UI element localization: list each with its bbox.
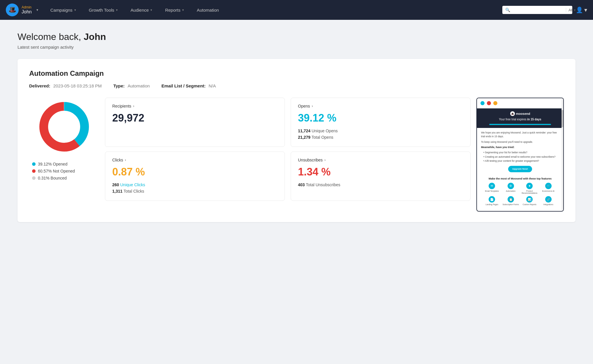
clicks-label[interactable]: Clicks › <box>112 158 278 162</box>
preview-feature-email-icon: ✉ <box>489 183 495 189</box>
preview-banner-bold: in 15 days <box>527 118 541 121</box>
legend-not-opened-dot <box>32 169 36 173</box>
brand-logo[interactable]: 🎩 Admin John ▾ <box>6 3 38 16</box>
preview-bullet-2: • Creating an automated email to welcome… <box>483 155 559 159</box>
legend-not-opened-label: 60.57% Not Opened <box>38 169 75 173</box>
preview-feature-reports-label: Custom Reports <box>523 203 536 206</box>
welcome-subtitle: Latest sent campaign activity <box>17 45 576 50</box>
unsubscribes-total-count: 403 <box>298 182 305 187</box>
nav-growth-tools-chevron-icon: ▾ <box>116 8 118 12</box>
preview-scrollbar-thumb <box>562 110 563 127</box>
opens-total-label: Total Opens <box>311 135 333 140</box>
preview-body: 🎩 moosend Your free trial expires in 15 … <box>477 108 563 211</box>
nav-campaigns-chevron-icon: ▾ <box>74 8 76 12</box>
nav-growth-tools[interactable]: Growth Tools ▾ <box>83 0 124 20</box>
preview-logo-text: moosend <box>516 112 530 115</box>
nav-audience[interactable]: Audience ▾ <box>124 0 159 20</box>
preview-content: We hope you are enjoying Moosend. Just a… <box>477 128 563 211</box>
preview-dot-red <box>487 101 491 105</box>
brand-avatar: 🎩 <box>6 3 19 16</box>
recipients-label[interactable]: Recipients › <box>112 104 278 108</box>
donut-legend: 39.12% Opened 60.57% Not Opened 0.31% Bo… <box>32 162 75 180</box>
clicks-unique-count: 260 <box>112 182 119 187</box>
nav-growth-tools-label: Growth Tools <box>89 8 114 13</box>
clicks-arrow-icon: › <box>125 158 126 162</box>
type-label: Type: <box>113 83 125 88</box>
legend-opened: 39.12% Opened <box>32 162 75 166</box>
preview-feature-reports: 📊 Custom Reports <box>521 196 538 206</box>
preview-dots <box>477 98 563 108</box>
search-filter[interactable]: All ▾ <box>566 8 576 12</box>
left-stats-grid: Recipients › 29,972 Clicks › 0.87 % 260 … <box>105 98 285 201</box>
clicks-pct: 0.87 % <box>112 166 278 178</box>
search-filter-label: All <box>569 8 573 12</box>
preview-bullet-1: • Segmenting your list for better result… <box>483 151 559 154</box>
preview-dot-teal <box>480 101 485 105</box>
preview-section-title: Meanwhile, have you tried: <box>481 145 559 150</box>
unsubscribes-pct: 1.34 % <box>298 166 463 178</box>
search-box[interactable]: 🔍 All ▾ <box>502 6 572 14</box>
preview-feature-email-templates: ✉ Email Templates <box>483 183 501 195</box>
delivered-meta: Delivered: 2023-05-18 03:25:18 PM <box>29 83 102 88</box>
preview-features-title: Make the most of Moosend with these top … <box>481 177 559 181</box>
preview-cta-button[interactable]: Upgrade Now! <box>508 166 532 172</box>
opens-total-count: 21,279 <box>298 135 310 140</box>
welcome-prefix: Welcome back, <box>17 31 84 42</box>
unsubscribes-total-label: Total Unsubscribes <box>306 182 340 187</box>
user-menu-button[interactable]: 👤 ▾ <box>576 6 587 13</box>
preview-banner-text: Your free trial expires in 15 days <box>499 118 541 121</box>
preview-icons-grid: ✉ Email Templates ⚙ Automation ★ Product… <box>481 183 559 208</box>
search-input[interactable] <box>513 8 564 12</box>
nav-automation[interactable]: Automation <box>190 0 225 20</box>
nav-reports[interactable]: Reports ▾ <box>159 0 190 20</box>
nav-campaigns-label: Campaigns <box>50 8 73 13</box>
opens-label-text: Opens <box>298 104 310 108</box>
preview-dot-yellow <box>493 101 497 105</box>
preview-logo: 🎩 moosend <box>510 111 530 116</box>
preview-feature-ecommerce-icon: 🛒 <box>545 183 552 189</box>
preview-feature-landing-icon: 📄 <box>489 196 495 203</box>
opens-unique-label: Unique Opens <box>312 129 338 133</box>
opens-sub: 11,724 Unique Opens 21,279 Total Opens <box>298 128 463 141</box>
preview-feature-landing: 📄 Landing Pages <box>483 196 501 206</box>
preview-feature-landing-label: Landing Pages <box>486 203 498 206</box>
user-icon: 👤 <box>576 6 583 13</box>
preview-feature-product-rec-icon: ★ <box>526 183 533 189</box>
opens-label[interactable]: Opens › <box>298 104 463 108</box>
preview-feature-forms-label: Subscription Forms <box>503 203 519 206</box>
clicks-card: Clicks › 0.87 % 260 Unique Clicks 1,311 … <box>105 152 285 201</box>
preview-logo-icon: 🎩 <box>510 111 515 116</box>
unsubscribes-label[interactable]: Unsubscribes › <box>298 158 463 162</box>
preview-feature-product-rec: ★ Product Recommendations <box>521 183 538 195</box>
nav-campaigns[interactable]: Campaigns ▾ <box>44 0 83 20</box>
delivered-value: 2023-05-18 03:25:18 PM <box>53 83 102 88</box>
preview-feature-ecommerce-label: Ecommerce AI <box>542 190 555 192</box>
opens-arrow-icon: › <box>312 104 313 108</box>
preview-feature-forms-icon: 📋 <box>508 196 514 203</box>
donut-chart <box>35 98 93 156</box>
legend-bounced-dot <box>32 176 36 180</box>
campaign-card: Automation Campaign Delivered: 2023-05-1… <box>17 59 576 222</box>
nav-audience-chevron-icon: ▾ <box>150 8 152 12</box>
unsubscribes-label-text: Unsubscribes <box>298 158 323 162</box>
type-value: Automation <box>128 83 150 88</box>
preview-bullet-3: • A/B testing your content for greater e… <box>483 159 559 163</box>
preview-header-bar: 🎩 moosend Your free trial expires in 15 … <box>477 108 563 128</box>
preview-feature-integrations-label: Integrations <box>543 203 553 206</box>
stats-layout: 39.12% Opened 60.57% Not Opened 0.31% Bo… <box>29 98 564 212</box>
clicks-label-text: Clicks <box>112 158 123 162</box>
preview-feature-automation-icon: ⚙ <box>508 183 514 189</box>
brand-chevron-icon[interactable]: ▾ <box>36 8 38 12</box>
preview-p2: To keep using Moosend you'll need to upg… <box>481 140 559 144</box>
legend-bounced-label: 0.31% Bounced <box>38 176 67 180</box>
legend-bounced: 0.31% Bounced <box>32 176 75 180</box>
preview-scrollbar <box>562 98 563 211</box>
opens-card: Opens › 39.12 % 11,724 Unique Opens 21,2… <box>291 98 471 147</box>
user-menu-chevron-icon: ▾ <box>584 6 587 13</box>
opens-pct: 39.12 % <box>298 112 463 124</box>
legend-opened-dot <box>32 162 36 166</box>
navbar: 🎩 Admin John ▾ Campaigns ▾ Growth Tools … <box>0 0 593 20</box>
nav-reports-chevron-icon: ▾ <box>182 8 184 12</box>
brand-role: Admin <box>22 5 32 9</box>
unsubscribes-sub: 403 Total Unsubscribes <box>298 182 463 188</box>
